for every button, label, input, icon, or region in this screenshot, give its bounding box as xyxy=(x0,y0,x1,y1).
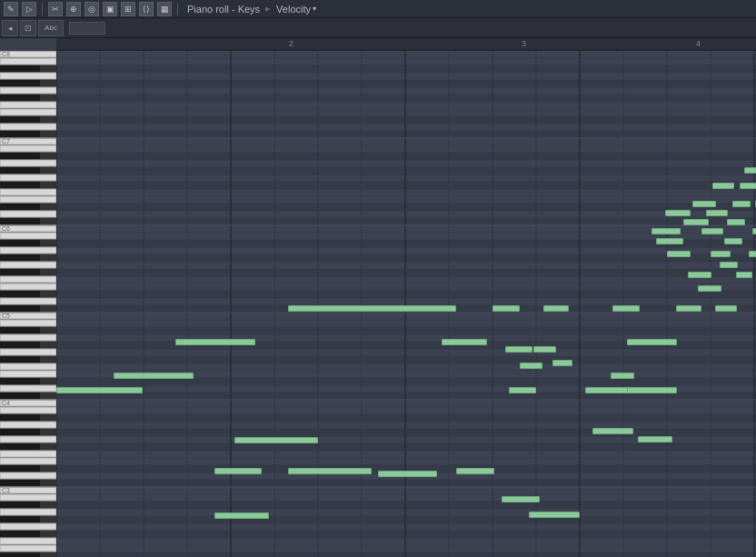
note-47[interactable] xyxy=(744,167,756,174)
app-title: Piano roll - Keys ▸ Velocity ▾ xyxy=(187,3,316,15)
note-14[interactable] xyxy=(520,363,542,369)
tool-icon-7[interactable]: ⊞ xyxy=(121,2,135,16)
timeline-marker-4: 4 xyxy=(696,39,701,48)
note-9[interactable] xyxy=(442,339,487,345)
note-29[interactable] xyxy=(665,210,691,216)
timeline-marker-2: 2 xyxy=(289,39,293,48)
note-22[interactable] xyxy=(611,373,634,379)
note-43[interactable] xyxy=(727,219,745,225)
note-49[interactable] xyxy=(752,228,756,234)
note-23[interactable] xyxy=(612,305,640,312)
note-15[interactable] xyxy=(529,512,580,518)
note-4[interactable] xyxy=(214,512,269,519)
zoom-icon[interactable]: ⊡ xyxy=(20,20,36,36)
note-35[interactable] xyxy=(698,285,721,292)
note-30[interactable] xyxy=(667,251,691,257)
note-3[interactable] xyxy=(214,468,262,474)
note-40[interactable] xyxy=(715,305,737,312)
note-39[interactable] xyxy=(712,183,734,189)
piano-roll-label: Piano roll - Keys xyxy=(187,4,260,15)
note-18[interactable] xyxy=(552,360,572,366)
note-45[interactable] xyxy=(736,272,752,278)
tool-icon-1[interactable]: ✎ xyxy=(4,2,18,16)
scrollbar-mini[interactable] xyxy=(69,22,105,35)
tool-icon-4[interactable]: ⊕ xyxy=(66,2,81,16)
tool-icon-5[interactable]: ◎ xyxy=(85,2,99,16)
note-7[interactable] xyxy=(288,468,372,474)
note-10[interactable] xyxy=(456,468,494,474)
tool-icon-6[interactable]: ▣ xyxy=(103,2,117,16)
note-34[interactable] xyxy=(692,201,716,207)
note-8[interactable] xyxy=(378,471,437,477)
keys-canvas xyxy=(0,51,56,557)
velocity-dropdown-arrow: ▾ xyxy=(313,5,316,13)
toolbar-row2: ◂ ⊡ Abc xyxy=(0,18,756,38)
note-38[interactable] xyxy=(711,251,731,257)
note-13[interactable] xyxy=(509,387,536,393)
note-1[interactable] xyxy=(56,387,143,393)
velocity-dropdown[interactable]: Velocity ▾ xyxy=(276,4,316,15)
tool-icon-8[interactable]: ⟨⟩ xyxy=(139,2,154,16)
toolbar-separator2 xyxy=(177,3,178,15)
note-2[interactable] xyxy=(175,339,255,345)
snap-icon[interactable]: ◂ xyxy=(2,20,18,36)
note-33[interactable] xyxy=(688,272,711,278)
note-25[interactable] xyxy=(627,339,677,345)
note-46[interactable] xyxy=(740,183,756,189)
note-42[interactable] xyxy=(724,238,742,244)
abc-icon[interactable]: Abc xyxy=(38,20,64,36)
note-41[interactable] xyxy=(720,262,738,268)
note-26[interactable] xyxy=(638,436,672,443)
tool-icon-2[interactable]: ▷ xyxy=(22,2,36,16)
note-16[interactable] xyxy=(533,346,556,353)
timeline: 2 3 4 xyxy=(56,38,756,51)
note-28[interactable] xyxy=(656,238,683,244)
note-32[interactable] xyxy=(683,219,709,225)
piano-keyboard xyxy=(0,51,56,557)
toolbar-row1: ✎ ▷ ✂ ⊕ ◎ ▣ ⊞ ⟨⟩ ▦ Piano roll - Keys ▸ V… xyxy=(0,0,756,18)
note-36[interactable] xyxy=(701,228,723,234)
grid-area[interactable] xyxy=(56,51,756,557)
note-19[interactable] xyxy=(502,496,540,502)
note-21[interactable] xyxy=(592,428,633,434)
note-48[interactable] xyxy=(749,251,756,257)
toolbar-separator xyxy=(42,3,43,15)
note-6[interactable] xyxy=(288,305,456,312)
notes-layer xyxy=(56,51,756,557)
note-44[interactable] xyxy=(732,201,751,207)
timeline-marker-3: 3 xyxy=(522,39,526,48)
piano-roll: 2 3 4 xyxy=(0,38,756,557)
velocity-label: Velocity xyxy=(276,4,311,15)
note-5[interactable] xyxy=(234,437,318,443)
tool-icon-9[interactable]: ▦ xyxy=(157,2,172,16)
main-area xyxy=(0,51,756,557)
note-24[interactable] xyxy=(627,387,677,393)
note-37[interactable] xyxy=(706,210,728,216)
note-11[interactable] xyxy=(492,305,520,312)
note-27[interactable] xyxy=(652,228,681,234)
tool-icon-3[interactable]: ✂ xyxy=(48,2,63,16)
note-0[interactable] xyxy=(114,373,194,379)
note-12[interactable] xyxy=(505,346,532,353)
note-31[interactable] xyxy=(676,305,701,312)
note-17[interactable] xyxy=(543,305,569,312)
